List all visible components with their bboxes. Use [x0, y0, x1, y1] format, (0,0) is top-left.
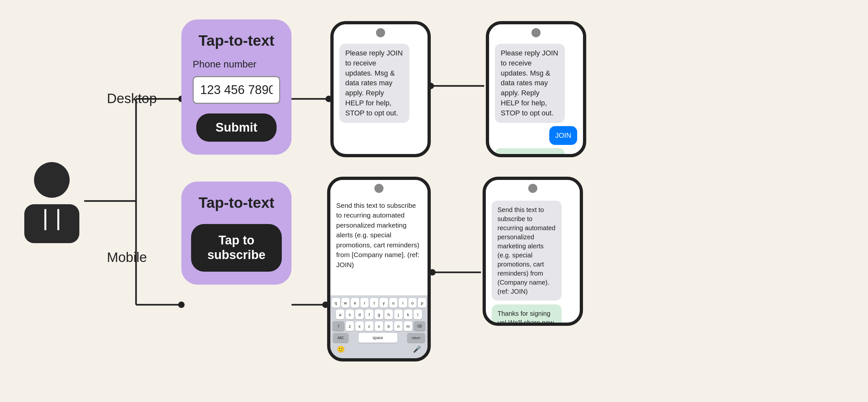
phone-mobile-2: Send this text to subscribe to recurring…: [483, 177, 583, 326]
phone-top-bar-d1: [334, 24, 428, 40]
phone-camera-d1: [376, 28, 385, 37]
key-b[interactable]: b: [384, 321, 393, 331]
kb-row-2: a s d f g h j k l: [332, 310, 426, 319]
phone-camera-d2: [531, 28, 540, 37]
msg-bubble-d1-1: Please reply JOIN to receive updates. Ms…: [339, 44, 409, 123]
key-u[interactable]: u: [389, 298, 398, 308]
tap-card-mobile-title: Tap-to-text: [198, 195, 274, 211]
key-l[interactable]: l: [413, 310, 422, 319]
tap-card-desktop-title: Tap-to-text: [198, 32, 274, 49]
phone-number-input[interactable]: [193, 76, 280, 104]
key-space[interactable]: space: [359, 333, 397, 343]
phone-content-d1: Please reply JOIN to receive updates. Ms…: [334, 40, 428, 154]
emoji-icon[interactable]: 🙂: [337, 345, 345, 353]
key-w[interactable]: w: [341, 298, 350, 308]
kb-row-1: q w e r t y u i o p: [332, 298, 426, 308]
kb-row-bottom: ABC space return: [332, 333, 426, 343]
phone-content-d2: Please reply JOIN to receive updates. Ms…: [489, 40, 583, 157]
phone-desktop-2: Please reply JOIN to receive updates. Ms…: [486, 21, 586, 157]
key-k[interactable]: k: [404, 310, 412, 319]
phone-camera-m1: [374, 184, 383, 193]
msg-join: JOIN: [549, 126, 577, 145]
phone-content-m2: Send this text to subscribe to recurring…: [486, 196, 580, 326]
key-e[interactable]: e: [351, 298, 359, 308]
key-y[interactable]: y: [380, 298, 388, 308]
key-s[interactable]: s: [346, 310, 354, 319]
msg-bubble-d2-2: Thanks for signing up! We'll share new r…: [495, 148, 565, 157]
key-i[interactable]: i: [399, 298, 407, 308]
key-o[interactable]: o: [408, 298, 417, 308]
svg-point-14: [34, 162, 70, 198]
key-m[interactable]: m: [404, 321, 412, 331]
phone-mobile-1: Send this text to subscribe to recurring…: [327, 177, 431, 362]
tap-card-mobile: Tap-to-text Tap tosubscribe: [181, 181, 291, 285]
phone-number-label: Phone number: [193, 59, 256, 70]
mobile-label: Mobile: [107, 250, 147, 265]
phone-bottom-bar-m1: 🙂 🎤: [332, 343, 426, 356]
msg-bubble-d2-1: Please reply JOIN to receive updates. Ms…: [495, 44, 565, 123]
msg-bubble-m2-2: Thanks for signing up! We'll share new r…: [492, 305, 562, 326]
key-q[interactable]: q: [332, 298, 340, 308]
key-n[interactable]: n: [394, 321, 403, 331]
tap-card-desktop: Tap-to-text Phone number Submit: [181, 20, 291, 155]
svg-point-5: [178, 302, 185, 308]
tap-subscribe-button[interactable]: Tap tosubscribe: [191, 224, 282, 272]
key-r[interactable]: r: [361, 298, 369, 308]
key-v[interactable]: v: [375, 321, 383, 331]
key-return[interactable]: return: [407, 333, 425, 343]
key-z[interactable]: z: [346, 321, 354, 331]
key-h[interactable]: h: [384, 310, 393, 319]
person-icon: [20, 159, 84, 243]
submit-button[interactable]: Submit: [196, 113, 277, 142]
phone-desktop-1: Please reply JOIN to receive updates. Ms…: [330, 21, 431, 157]
msg-bubble-m2-1: Send this text to subscribe to recurring…: [492, 201, 562, 300]
key-d[interactable]: d: [355, 310, 364, 319]
svg-rect-15: [24, 204, 79, 243]
key-shift[interactable]: ⇧: [333, 321, 344, 331]
phone-top-bar-d2: [489, 24, 583, 40]
key-a[interactable]: a: [336, 310, 344, 319]
phone-top-bar-m2: [486, 180, 580, 196]
key-g[interactable]: g: [375, 310, 383, 319]
mic-icon[interactable]: 🎤: [413, 345, 421, 353]
phone-camera-m2: [528, 184, 537, 193]
key-abc[interactable]: ABC: [333, 333, 348, 343]
key-p[interactable]: p: [418, 298, 426, 308]
key-x[interactable]: x: [355, 321, 364, 331]
desktop-label: Desktop: [107, 91, 157, 106]
key-t[interactable]: t: [370, 298, 378, 308]
kb-row-3: ⇧ z x c v b n m ⌫: [332, 321, 426, 331]
key-delete[interactable]: ⌫: [413, 321, 425, 331]
phone-top-bar-m1: [330, 180, 428, 196]
phone-mobile-1-text: Send this text to subscribe to recurring…: [330, 196, 428, 295]
key-f[interactable]: f: [365, 310, 373, 319]
key-j[interactable]: j: [394, 310, 403, 319]
keyboard: q w e r t y u i o p a s d f g h j k l ⇧ …: [330, 295, 428, 358]
key-c[interactable]: c: [365, 321, 373, 331]
